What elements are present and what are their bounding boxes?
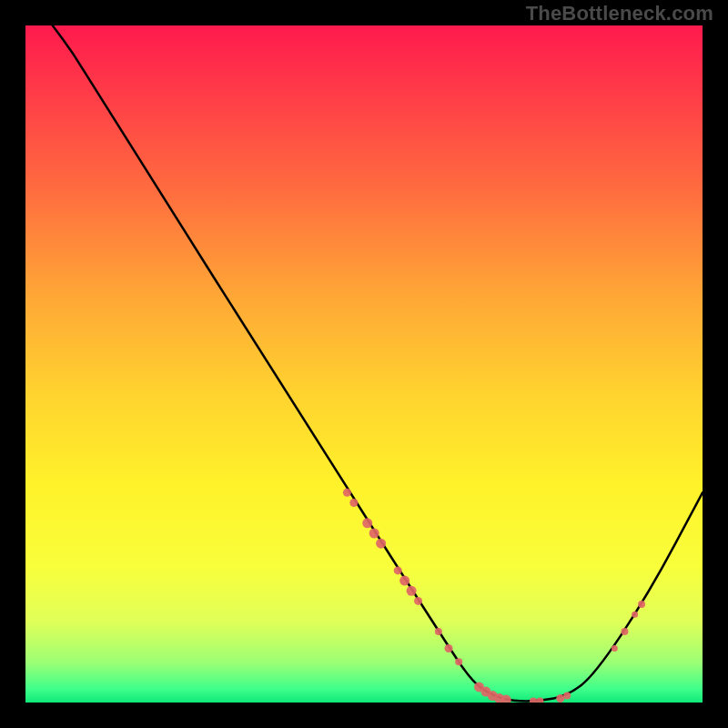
data-marker <box>414 597 422 605</box>
data-marker <box>612 645 618 652</box>
data-marker <box>349 499 358 507</box>
data-marker <box>556 694 564 703</box>
data-marker <box>369 529 379 539</box>
data-marker <box>445 644 453 652</box>
data-marker <box>407 586 417 596</box>
data-marker <box>621 628 628 635</box>
data-marker <box>530 698 537 703</box>
data-marker <box>362 518 372 528</box>
data-marker <box>376 539 386 549</box>
data-marker <box>632 612 638 618</box>
curve-markers <box>343 489 645 703</box>
data-marker <box>455 658 462 665</box>
data-marker <box>399 576 410 586</box>
curve-line <box>53 25 703 702</box>
watermark-text: TheBottleneck.com <box>526 2 713 25</box>
plot-wrap <box>25 25 703 703</box>
plot-svg <box>25 25 703 703</box>
data-marker <box>343 489 351 497</box>
data-marker <box>394 566 402 574</box>
data-marker <box>435 628 442 635</box>
chart-frame: TheBottleneck.com <box>0 0 728 728</box>
bottleneck-curve <box>53 25 703 702</box>
data-marker <box>638 601 645 608</box>
data-marker <box>563 693 571 700</box>
data-marker <box>536 698 543 703</box>
